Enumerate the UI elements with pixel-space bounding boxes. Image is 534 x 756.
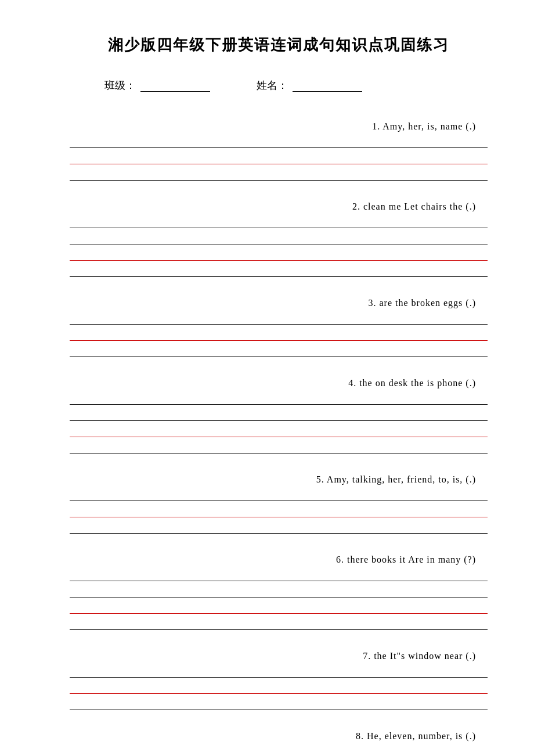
question-prompt-6: 6. there books it Are in many (?) [70, 555, 488, 565]
answer-line-6-2 [70, 602, 488, 614]
question-prompt-7: 7. the It"s window near (.) [70, 651, 488, 661]
answer-line-4-2 [70, 426, 488, 437]
answer-line-6-3 [70, 618, 488, 630]
answer-line-5-0 [70, 489, 488, 501]
question-block-5: 5. Amy, talking, her, friend, to, is, (.… [70, 474, 488, 538]
answer-line-2-3 [70, 265, 488, 277]
question-block-2: 2. clean me Let chairs the (.) [70, 201, 488, 282]
question-block-6: 6. there books it Are in many (?) [70, 555, 488, 635]
answer-line-6-0 [70, 570, 488, 581]
answer-line-2-2 [70, 249, 488, 261]
name-label: 姓名： [257, 78, 288, 92]
answer-lines-7 [70, 666, 488, 715]
answer-line-7-1 [70, 682, 488, 694]
answer-lines-3 [70, 313, 488, 362]
questions-section: 1. Amy, her, is, name (.)2. clean me Let… [70, 121, 488, 756]
question-block-1: 1. Amy, her, is, name (.) [70, 121, 488, 185]
class-label: 班级： [104, 78, 136, 92]
answer-line-7-0 [70, 666, 488, 678]
question-block-3: 3. are the broken eggs (.) [70, 298, 488, 362]
question-prompt-1: 1. Amy, her, is, name (.) [70, 121, 488, 132]
answer-lines-2 [70, 217, 488, 282]
answer-line-6-1 [70, 586, 488, 597]
answer-line-1-1 [70, 153, 488, 164]
answer-line-2-1 [70, 233, 488, 244]
name-underline [293, 79, 362, 92]
answer-lines-8 [70, 746, 488, 756]
question-prompt-2: 2. clean me Let chairs the (.) [70, 201, 488, 212]
class-underline [140, 79, 210, 92]
answer-line-4-1 [70, 409, 488, 421]
question-prompt-8: 8. He, eleven, number, is (.) [70, 731, 488, 741]
answer-line-1-0 [70, 136, 488, 148]
question-prompt-3: 3. are the broken eggs (.) [70, 298, 488, 308]
answer-line-8-0 [70, 746, 488, 756]
answer-line-7-2 [70, 699, 488, 710]
answer-lines-6 [70, 570, 488, 635]
answer-line-3-0 [70, 313, 488, 325]
answer-lines-1 [70, 136, 488, 185]
answer-line-4-3 [70, 442, 488, 453]
answer-line-2-0 [70, 217, 488, 228]
question-prompt-4: 4. the on desk the is phone (.) [70, 378, 488, 388]
page-title: 湘少版四年级下册英语连词成句知识点巩固练习 [70, 35, 488, 55]
question-block-4: 4. the on desk the is phone (.) [70, 378, 488, 458]
question-block-7: 7. the It"s window near (.) [70, 651, 488, 715]
answer-lines-5 [70, 489, 488, 538]
class-field: 班级： [104, 78, 210, 92]
answer-line-3-1 [70, 329, 488, 341]
answer-line-4-0 [70, 393, 488, 405]
answer-line-5-2 [70, 522, 488, 534]
name-field: 姓名： [257, 78, 362, 92]
student-info: 班级： 姓名： [70, 78, 488, 92]
answer-line-3-2 [70, 345, 488, 357]
question-block-8: 8. He, eleven, number, is (.) [70, 731, 488, 756]
answer-line-5-1 [70, 506, 488, 517]
answer-line-1-2 [70, 169, 488, 181]
question-prompt-5: 5. Amy, talking, her, friend, to, is, (.… [70, 474, 488, 485]
answer-lines-4 [70, 393, 488, 458]
